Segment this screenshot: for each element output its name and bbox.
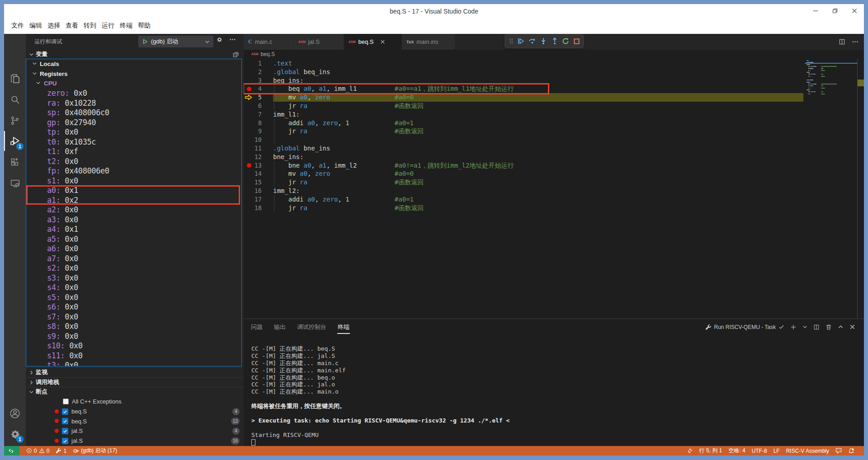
- feedback-icon[interactable]: [832, 446, 845, 455]
- close-panel-icon[interactable]: [849, 324, 855, 330]
- register-row-a5[interactable]: a5: 0x0: [26, 234, 241, 244]
- activity-bar-item-accounts[interactable]: [4, 404, 26, 423]
- code-line-18[interactable]: jr ra: [273, 204, 307, 212]
- menu-item-编辑[interactable]: 编辑: [27, 21, 44, 31]
- split-editor-icon[interactable]: [839, 38, 845, 45]
- views-more-actions-icon[interactable]: [229, 36, 236, 43]
- activity-bar-item-extensions[interactable]: [4, 152, 26, 172]
- code-line-12[interactable]: bne_ins:: [273, 153, 303, 161]
- activity-bar-item-explorer[interactable]: [4, 69, 26, 89]
- encoding-status[interactable]: UTF-8: [749, 446, 770, 455]
- task-status[interactable]: Run RISCV-QEMU - Task: [705, 324, 784, 330]
- register-row-s2[interactable]: s2: 0x0: [26, 263, 241, 273]
- variables-scope-locals[interactable]: Locals: [26, 59, 241, 69]
- menu-item-帮助[interactable]: 帮助: [136, 21, 153, 31]
- debug-step-into-button[interactable]: [540, 38, 547, 45]
- activity-bar-item-run-and-debug[interactable]: 1: [4, 131, 26, 151]
- code-line-16[interactable]: imm_l2:: [273, 187, 300, 195]
- editor-tab-beq.S[interactable]: ASMbeq.S: [344, 34, 402, 50]
- maximize-panel-icon[interactable]: [838, 324, 844, 330]
- code-line-5[interactable]: mv a0, zero: [273, 93, 330, 102]
- editor-tab-main.ins[interactable]: TEXmain.ins: [402, 34, 455, 50]
- register-row-zero[interactable]: zero: 0x0: [26, 89, 241, 99]
- close-button[interactable]: [844, 4, 864, 18]
- editor-tab-main.c[interactable]: Cmain.c: [244, 34, 294, 50]
- language-mode[interactable]: RISC-V Assembly: [783, 446, 832, 455]
- menu-item-运行[interactable]: 运行: [99, 21, 117, 31]
- activity-bar-item-search[interactable]: [4, 89, 26, 109]
- code-line-6[interactable]: jr ra: [273, 102, 307, 110]
- breakpoint-row-jal.S-4[interactable]: jal.S4: [26, 426, 244, 436]
- breakpoint-checkbox[interactable]: [62, 428, 68, 434]
- tab-close-icon[interactable]: [380, 39, 389, 44]
- exceptions-checkbox[interactable]: [63, 399, 69, 404]
- task-indicator[interactable]: 1: [52, 446, 70, 455]
- start-debug-icon[interactable]: [142, 39, 148, 44]
- debug-stop-button[interactable]: [573, 38, 580, 45]
- panel-tab-终端[interactable]: 终端: [337, 321, 350, 333]
- register-row-s5[interactable]: s5: 0x0: [26, 292, 241, 302]
- section-header-watch[interactable]: 监视: [26, 367, 244, 377]
- variables-group-cpu[interactable]: CPU: [26, 79, 241, 89]
- code-line-14[interactable]: mv a0, zero: [273, 169, 330, 178]
- indentation-status[interactable]: 空格: 4: [725, 446, 748, 455]
- register-row-sp[interactable]: sp: 0x408006c0: [26, 108, 241, 118]
- code-line-15[interactable]: jr ra: [273, 178, 307, 187]
- code-line-17[interactable]: addi a0, zero, 1: [273, 195, 349, 204]
- debug-step-over-button[interactable]: [528, 38, 536, 45]
- code-line-11[interactable]: .global bne_ins: [273, 144, 330, 153]
- maximize-button[interactable]: [825, 4, 844, 18]
- breakpoint-checkbox[interactable]: [62, 418, 68, 424]
- section-header-breakpoints[interactable]: 断点: [26, 387, 244, 397]
- breakpoint-row-beq.S-4[interactable]: beq.S4: [26, 407, 244, 417]
- debug-settings-gear-icon[interactable]: [216, 36, 223, 43]
- kill-terminal-icon[interactable]: [826, 324, 832, 330]
- debug-step-out-button[interactable]: [551, 38, 558, 45]
- ports-status-icon[interactable]: [684, 446, 696, 455]
- code-line-1[interactable]: .text: [273, 59, 292, 68]
- register-row-t1[interactable]: t1: 0xf: [26, 147, 241, 157]
- register-row-s8[interactable]: s8: 0x0: [26, 322, 241, 332]
- register-row-s11[interactable]: s11: 0x0: [26, 351, 241, 361]
- register-row-a6[interactable]: a6: 0x0: [26, 244, 241, 254]
- register-row-t2[interactable]: t2: 0x0: [26, 156, 241, 166]
- minimap[interactable]: [805, 58, 857, 319]
- code-line-8[interactable]: addi a0, zero, 1: [273, 119, 349, 127]
- problems-status[interactable]: 0 0: [23, 446, 52, 455]
- drag-grip-icon[interactable]: [509, 38, 514, 45]
- breakpoint-row-jal.S-16[interactable]: jal.S16: [26, 436, 244, 446]
- menu-item-选择[interactable]: 选择: [45, 21, 62, 31]
- register-row-gp[interactable]: gp: 0x27940: [26, 117, 241, 127]
- register-row-s1[interactable]: s1: 0x0: [26, 176, 241, 186]
- breakpoint-row-beq.S-13[interactable]: beq.S13: [26, 416, 244, 426]
- notifications-bell-icon[interactable]: [845, 446, 858, 455]
- collapse-all-icon[interactable]: [232, 51, 239, 58]
- panel-tab-输出[interactable]: 输出: [274, 321, 286, 333]
- register-row-s9[interactable]: s9: 0x0: [26, 331, 241, 341]
- split-terminal-icon[interactable]: [813, 324, 820, 330]
- register-row-s6[interactable]: s6: 0x0: [26, 302, 241, 312]
- register-row-s7[interactable]: s7: 0x0: [26, 312, 241, 322]
- breakpoint-checkbox[interactable]: [62, 408, 68, 415]
- register-row-t3[interactable]: t3: 0x0: [26, 361, 241, 367]
- register-row-fp[interactable]: fp: 0x408006e0: [26, 166, 241, 176]
- code-line-13[interactable]: bne a0, a1, imm_l2: [273, 161, 357, 170]
- register-row-a2[interactable]: a2: 0x0: [26, 205, 241, 215]
- minimize-button[interactable]: [806, 4, 825, 18]
- editor-more-actions-icon[interactable]: [852, 38, 859, 45]
- register-row-s10[interactable]: s10: 0x0: [26, 341, 241, 351]
- section-header-callstack[interactable]: 调用堆栈: [26, 377, 244, 387]
- title-bar[interactable]: beq.S - 17 - Visual Studio Code: [4, 4, 864, 18]
- variables-section-header[interactable]: 变量: [26, 50, 244, 59]
- code-line-7[interactable]: imm_l1:: [273, 110, 300, 119]
- menu-item-查看[interactable]: 查看: [63, 21, 80, 31]
- debug-session-status[interactable]: (gdb) 启动 (17): [70, 446, 120, 455]
- register-row-a3[interactable]: a3: 0x0: [26, 215, 241, 225]
- breakpoint-exceptions-row[interactable]: All C++ Exceptions: [26, 397, 244, 407]
- register-row-a4[interactable]: a4: 0x1: [26, 225, 241, 235]
- cursor-position[interactable]: 行 5, 列 1: [696, 446, 726, 455]
- register-row-tp[interactable]: tp: 0x0: [26, 127, 241, 137]
- breakpoint-checkbox[interactable]: [62, 438, 68, 444]
- activity-bar-item-settings[interactable]: 1: [4, 424, 26, 444]
- debug-restart-button[interactable]: [562, 38, 569, 45]
